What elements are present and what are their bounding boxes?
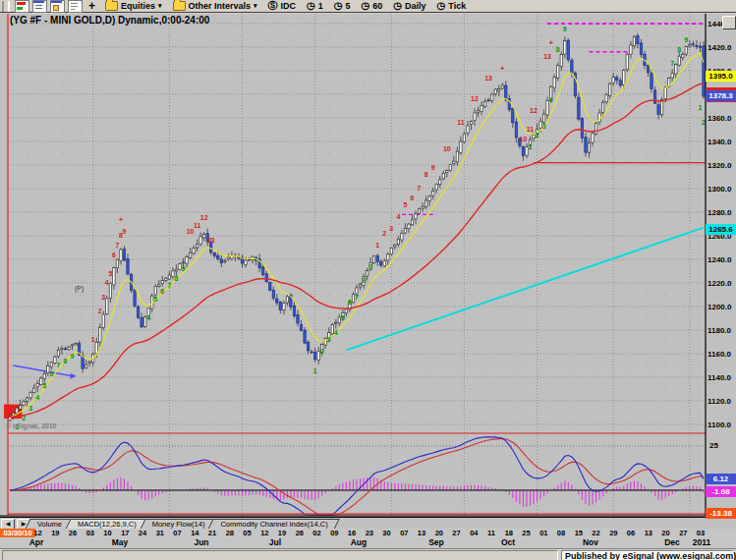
svg-text:2: 2 <box>536 132 539 139</box>
svg-text:3: 3 <box>542 123 546 130</box>
date-tick-label: 12 <box>260 529 268 537</box>
svg-text:+: + <box>500 65 504 72</box>
svg-text:1: 1 <box>375 242 379 249</box>
chart-window-icon[interactable] <box>32 0 47 13</box>
svg-text:6: 6 <box>411 195 415 201</box>
interval-60min-button[interactable]: ◷ 60 <box>358 0 387 12</box>
svg-text:6: 6 <box>160 288 164 295</box>
new-chart-icon[interactable] <box>50 0 65 13</box>
svg-text:11: 11 <box>457 119 465 126</box>
date-tick-label: 17 <box>121 529 129 537</box>
status-bar: Published by eSignal (www.esignal.com) <box>0 548 736 560</box>
date-axis[interactable]: 03/30/10 1219260310172431071421280512192… <box>0 529 736 548</box>
price-tick-label: 1340.0 <box>708 138 731 146</box>
price-tick-label: 1240.0 <box>708 255 731 264</box>
date-tick-label: 20 <box>435 529 443 537</box>
svg-text:11: 11 <box>194 222 201 229</box>
date-tick-label: 23 <box>366 529 373 537</box>
macd-hist-tag: -1.08 <box>706 486 736 497</box>
date-tick-label: 03 <box>86 529 94 537</box>
date-tick-label: 07 <box>173 529 181 537</box>
svg-text:3: 3 <box>28 405 32 412</box>
data-source-idc-button[interactable]: Ⓢ IDC <box>264 0 301 12</box>
svg-text:5: 5 <box>153 296 157 303</box>
price-tick-label: 1120.0 <box>708 397 731 406</box>
published-by-label: Published by eSignal (www.esignal.com) <box>561 550 734 560</box>
price-tick-label: 1200.0 <box>708 303 731 311</box>
date-tick-label: 11 <box>487 529 495 537</box>
price-chart-plot[interactable]: 123456789(P)123456789+456789101112131234… <box>0 14 736 517</box>
quote-board-icon[interactable] <box>15 0 29 13</box>
date-tick-label: 13 <box>418 529 425 537</box>
chevron-down-icon: ▾ <box>254 2 257 10</box>
menu-equities[interactable]: Equities ▾ <box>101 0 166 12</box>
svg-text:5: 5 <box>403 201 407 208</box>
clock-icon: ◷ <box>393 1 402 11</box>
date-tick-label: 26 <box>69 529 77 537</box>
toolbar: + Equities ▾ Other Intervals ▾ Ⓢ IDC ◷ 1… <box>0 0 736 13</box>
macd-value-tag: 6.12 <box>706 474 736 484</box>
page-setup-icon[interactable] <box>68 0 83 13</box>
fast-ma-price-tag: 1395.0 <box>706 71 736 82</box>
interval-tick-button[interactable]: ◷ Tick <box>433 0 471 12</box>
svg-text:3: 3 <box>327 336 331 343</box>
toolbar-grip[interactable] <box>2 1 10 12</box>
month-label: Jul <box>269 537 281 547</box>
svg-text:5: 5 <box>341 314 345 321</box>
svg-text:9: 9 <box>563 26 567 32</box>
svg-text:6: 6 <box>348 299 352 306</box>
date-tick-label: 20 <box>661 529 669 537</box>
date-tick-label: 25 <box>522 529 530 537</box>
svg-text:8: 8 <box>556 46 560 53</box>
status-message-panel <box>2 550 558 560</box>
svg-text:8: 8 <box>174 275 178 282</box>
svg-text:2: 2 <box>320 348 324 355</box>
svg-text:9: 9 <box>368 263 372 270</box>
price-tick-label: 1280.0 <box>708 208 731 217</box>
svg-text:5: 5 <box>108 270 112 277</box>
scroll-up-button[interactable] <box>722 16 736 29</box>
svg-text:4: 4 <box>105 279 109 286</box>
svg-text:+: + <box>119 216 123 223</box>
date-tick-label: 04 <box>470 529 478 537</box>
month-label: Aug <box>351 537 368 547</box>
date-tick-label: 03 <box>697 529 705 537</box>
price-tick-label: 1220.0 <box>708 279 731 288</box>
price-tick-label: 1300.0 <box>708 185 731 194</box>
date-tick-label: 26 <box>296 529 304 537</box>
month-label: Nov <box>583 537 598 547</box>
svg-text:7: 7 <box>418 185 422 192</box>
clock-icon: ◷ <box>334 1 343 11</box>
svg-text:8: 8 <box>425 171 428 178</box>
svg-text:3: 3 <box>389 225 393 232</box>
month-label: 2011 <box>693 537 710 547</box>
chevron-down-icon: ▾ <box>158 2 162 10</box>
add-symbol-button[interactable]: + <box>85 1 98 12</box>
first-date-tag: 03/30/10 <box>0 529 35 537</box>
interval-daily-button[interactable]: ◷ Daily <box>389 0 429 12</box>
month-label: Jun <box>194 537 208 547</box>
date-tick-label: 06 <box>627 529 635 537</box>
svg-text:(P): (P) <box>75 285 84 293</box>
svg-text:3: 3 <box>101 294 105 301</box>
price-tick-label: 1420.0 <box>708 43 731 52</box>
svg-text:1: 1 <box>91 336 95 343</box>
price-tick-label: 1100.0 <box>708 420 731 429</box>
svg-text:1: 1 <box>699 104 703 111</box>
date-tick-label: 27 <box>679 529 687 537</box>
svg-text:+: + <box>549 39 553 46</box>
svg-text:13: 13 <box>484 75 492 82</box>
folder-icon <box>105 1 118 11</box>
svg-text:13: 13 <box>207 237 215 244</box>
month-label: Oct <box>501 537 515 547</box>
interval-1min-button[interactable]: ◷ 1 <box>303 0 327 12</box>
interval-5min-button[interactable]: ◷ 5 <box>330 0 355 12</box>
month-label: May <box>112 537 129 547</box>
date-tick-label: 21 <box>208 529 216 537</box>
date-tick-label: 13 <box>645 529 652 537</box>
svg-text:1: 1 <box>313 367 317 374</box>
svg-text:10: 10 <box>520 136 528 142</box>
macd-level-tag: -13.38 <box>706 508 736 519</box>
menu-other-intervals[interactable]: Other Intervals ▾ <box>169 0 261 12</box>
svg-text:4: 4 <box>396 213 400 220</box>
